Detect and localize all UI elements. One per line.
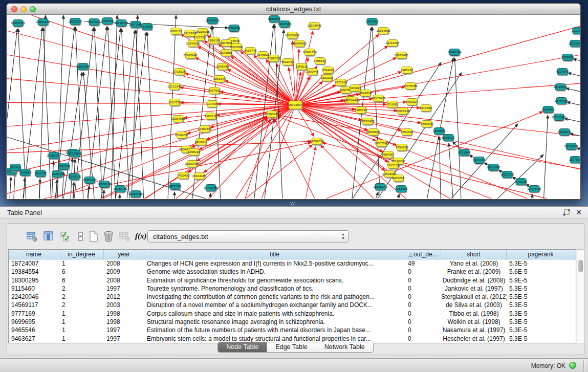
table-row[interactable]: 1830029562008Estimation of significance … xyxy=(9,276,576,285)
column-header-year[interactable]: year xyxy=(104,250,144,259)
network-node[interactable]: 917008 xyxy=(207,101,217,107)
network-node[interactable]: 1217253 xyxy=(572,28,580,34)
network-edge-black[interactable] xyxy=(388,194,399,199)
network-node[interactable]: 7462026 xyxy=(349,85,362,92)
network-edge-red[interactable] xyxy=(292,41,295,105)
table-row[interactable]: 1456911722003Disruption of a novel membe… xyxy=(9,301,576,309)
network-node[interactable]: 8267130 xyxy=(205,113,217,120)
column-header-out_de[interactable]: △out_de... xyxy=(405,250,441,259)
network-edge-black[interactable] xyxy=(449,143,458,199)
network-node[interactable]: 1990448 xyxy=(306,69,319,75)
network-edge-black[interactable] xyxy=(541,115,548,199)
network-edge-black[interactable] xyxy=(365,192,378,199)
scrollbar-thumb[interactable] xyxy=(578,260,583,272)
function-builder-icon[interactable]: f(x) xyxy=(135,232,147,244)
network-node[interactable]: 12353594 xyxy=(198,126,212,133)
network-edge-black[interactable] xyxy=(573,59,580,67)
split-pane-handle[interactable] xyxy=(290,202,296,205)
network-node[interactable]: 10921892 xyxy=(486,164,500,171)
network-node[interactable]: 6791944 xyxy=(458,149,471,156)
table-options-icon[interactable] xyxy=(26,230,38,243)
network-node[interactable]: 9245022 xyxy=(515,179,528,185)
network-node[interactable]: 1621022 xyxy=(321,75,334,81)
table-row[interactable]: 969969511998Structural magnetic resonanc… xyxy=(9,318,576,326)
network-edge-black[interactable] xyxy=(566,88,580,96)
column-header-short[interactable]: short xyxy=(441,250,507,259)
network-node[interactable]: 2803144 xyxy=(213,76,226,82)
network-node[interactable]: 8186328 xyxy=(208,37,221,44)
network-edge-red[interactable] xyxy=(295,105,397,111)
network-node[interactable]: 9463627 xyxy=(406,99,419,105)
network-node[interactable]: 15166857 xyxy=(175,132,189,139)
network-edge-black[interactable] xyxy=(81,27,107,199)
network-node[interactable]: 17359928 xyxy=(68,150,82,157)
network-node[interactable]: 8860123 xyxy=(170,28,183,35)
network-node[interactable]: 9457791 xyxy=(169,183,182,190)
network-node[interactable]: 7857224 xyxy=(228,25,241,32)
column-header-title[interactable]: title xyxy=(144,250,405,259)
network-node[interactable]: 7986322 xyxy=(355,107,367,114)
network-edge-black[interactable] xyxy=(207,193,210,199)
network-edge-black[interactable] xyxy=(7,177,11,199)
network-node[interactable]: 9242848 xyxy=(216,63,229,70)
network-graph[interactable]: 1872400788601238912954182260589127508818… xyxy=(7,15,580,199)
window-titlebar[interactable]: citations_edges.txt xyxy=(7,4,580,15)
network-edge-red[interactable] xyxy=(7,77,295,105)
network-node[interactable]: 9375685 xyxy=(220,50,233,56)
network-node[interactable]: 12213967 xyxy=(385,40,400,47)
network-node[interactable]: 1942757 xyxy=(34,170,47,177)
network-node[interactable]: 3624554 xyxy=(359,90,372,97)
memory-ok-indicator[interactable] xyxy=(569,362,576,369)
network-node[interactable]: 18724007 xyxy=(288,101,302,109)
delete-column-icon[interactable] xyxy=(102,230,115,243)
network-node[interactable]: 15720407 xyxy=(360,118,375,125)
unselect-all-icon[interactable] xyxy=(75,230,87,243)
network-node[interactable]: 17975185 xyxy=(403,83,418,90)
network-node[interactable]: 20691406 xyxy=(36,19,50,26)
network-node[interactable]: 8813054 xyxy=(268,16,281,23)
table-row[interactable]: 1872400712008Changes of HCN gene express… xyxy=(9,259,576,268)
network-node[interactable]: 2667062 xyxy=(366,18,379,25)
network-edge-black[interactable] xyxy=(116,194,120,199)
network-node[interactable]: 2367608 xyxy=(230,44,243,51)
network-node[interactable]: 16211332 xyxy=(500,171,514,178)
network-node[interactable]: 12524943 xyxy=(307,23,321,29)
network-edge-black[interactable] xyxy=(21,178,25,199)
network-node[interactable]: 1588520 xyxy=(268,55,280,62)
network-node[interactable]: 1362615 xyxy=(295,63,308,70)
network-edge-black[interactable] xyxy=(171,192,175,199)
network-node[interactable]: 9938103 xyxy=(442,135,455,141)
network-node[interactable]: 16210643 xyxy=(552,114,566,121)
network-edge-black[interactable] xyxy=(568,73,580,81)
network-node[interactable]: 8215958 xyxy=(542,106,555,113)
network-node[interactable]: 9411010 xyxy=(473,157,485,164)
network-node[interactable]: 12093832 xyxy=(553,84,568,91)
network-node[interactable]: 10958107 xyxy=(97,181,112,188)
network-node[interactable]: 15751074 xyxy=(568,40,580,47)
network-node[interactable]: 7515594 xyxy=(141,24,154,30)
network-node[interactable]: 16648784 xyxy=(447,49,462,56)
network-node[interactable]: 9756928 xyxy=(396,144,408,151)
network-node[interactable]: 16099489 xyxy=(185,161,199,167)
network-edge-red[interactable] xyxy=(295,105,580,199)
network-node[interactable]: 16640910 xyxy=(292,40,307,47)
network-node[interactable]: 9329966 xyxy=(561,54,574,61)
network-node[interactable]: 22420046 xyxy=(183,52,198,59)
column-header-in_degree[interactable]: in_degree xyxy=(59,250,104,259)
network-node[interactable]: 19384554 xyxy=(310,138,324,145)
network-node[interactable]: 17704404 xyxy=(527,186,541,192)
network-node[interactable]: 20206576 xyxy=(47,152,61,159)
network-node[interactable]: 9115460 xyxy=(420,105,432,112)
network-node[interactable]: 621606 xyxy=(387,101,398,108)
network-node[interactable]: 6466161 xyxy=(101,18,114,25)
network-node[interactable]: 8454749 xyxy=(244,48,257,54)
network-node[interactable]: 9127508 xyxy=(193,34,206,41)
network-node[interactable]: 15718485 xyxy=(204,185,218,191)
table-row[interactable]: 946554611997Estimation of the future num… xyxy=(9,326,576,334)
network-node[interactable]: 9452254 xyxy=(392,175,405,182)
network-node[interactable]: 16154808 xyxy=(376,28,390,34)
network-node[interactable]: 14055724 xyxy=(11,20,25,27)
column-header-pagerank[interactable]: pagerank xyxy=(507,250,575,259)
tab-edge-table[interactable]: Edge Table xyxy=(267,342,316,352)
network-node[interactable]: 8822037 xyxy=(281,59,294,65)
